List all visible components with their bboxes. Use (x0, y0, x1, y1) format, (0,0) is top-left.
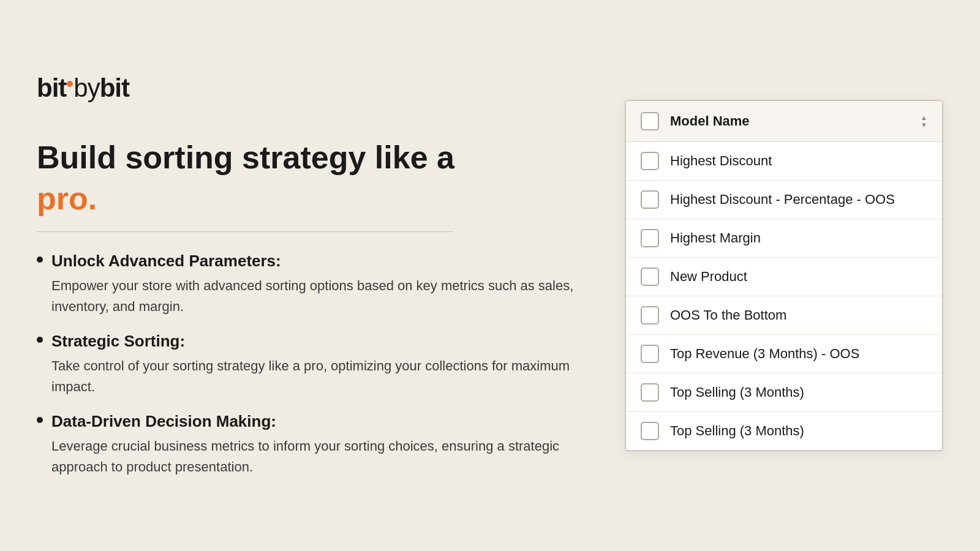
item-checkbox-5[interactable] (641, 345, 659, 363)
list-item[interactable]: Highest Discount - Percentage - OOS (626, 181, 942, 219)
bullet-title-2: Strategic Sorting: (51, 332, 185, 351)
bullet-header-1: Unlock Advanced Parameters: (37, 252, 588, 271)
sort-arrows-icon[interactable]: ▲ ▼ (921, 114, 927, 129)
sort-down-icon: ▼ (921, 122, 927, 129)
list-item[interactable]: Top Selling (3 Months) (626, 373, 942, 412)
dropdown-list: Model Name ▲ ▼ Highest Discount Highest … (625, 100, 943, 451)
logo-middle: by (74, 73, 99, 102)
item-checkbox-2[interactable] (641, 229, 659, 247)
bullet-desc-1: Empower your store with advanced sorting… (51, 276, 588, 317)
list-item[interactable]: Top Revenue (3 Months) - OOS (626, 335, 942, 373)
bullet-item-2: Strategic Sorting: Take control of your … (37, 332, 588, 397)
item-label-3: New Product (670, 269, 747, 285)
bullet-header-2: Strategic Sorting: (37, 332, 588, 351)
headline-block: Build sorting strategy like a pro. (37, 140, 588, 217)
header-checkbox[interactable] (641, 112, 659, 130)
bullet-item-3: Data-Driven Decision Making: Leverage cr… (37, 412, 588, 478)
bullet-dot-2 (37, 337, 43, 343)
dropdown-header[interactable]: Model Name ▲ ▼ (626, 101, 942, 142)
bullet-dot-1 (37, 257, 43, 263)
item-checkbox-7[interactable] (641, 422, 659, 440)
item-checkbox-6[interactable] (641, 383, 659, 402)
list-item[interactable]: OOS To the Bottom (626, 296, 942, 335)
list-item[interactable]: New Product (626, 258, 942, 296)
logo-text: bitbybit (37, 73, 129, 103)
item-checkbox-4[interactable] (641, 306, 659, 324)
headline-line2: pro. (37, 180, 588, 217)
bullet-desc-3: Leverage crucial business metrics to inf… (51, 436, 588, 478)
bullet-list: Unlock Advanced Parameters: Empower your… (37, 252, 588, 478)
header-label: Model Name (670, 113, 910, 129)
bullet-header-3: Data-Driven Decision Making: (37, 412, 588, 431)
bullet-title-1: Unlock Advanced Parameters: (51, 252, 281, 271)
bullet-title-3: Data-Driven Decision Making: (51, 412, 276, 431)
page-container: bitbybit Build sorting strategy like a p… (0, 0, 980, 551)
item-label-4: OOS To the Bottom (670, 307, 786, 323)
logo: bitbybit (37, 73, 588, 103)
bullet-desc-2: Take control of your sorting strategy li… (51, 356, 588, 397)
item-label-1: Highest Discount - Percentage - OOS (670, 192, 895, 208)
logo-suffix: bit (100, 73, 129, 102)
item-label-5: Top Revenue (3 Months) - OOS (670, 346, 859, 362)
sort-up-icon: ▲ (921, 114, 927, 121)
list-item[interactable]: Highest Margin (626, 219, 942, 258)
item-label-7: Top Selling (3 Months) (670, 423, 804, 439)
headline-divider (37, 231, 453, 232)
item-checkbox-0[interactable] (641, 152, 659, 170)
left-panel: bitbybit Build sorting strategy like a p… (37, 73, 625, 478)
right-panel: Model Name ▲ ▼ Highest Discount Highest … (625, 100, 943, 451)
logo-prefix: bit (37, 73, 66, 102)
item-label-6: Top Selling (3 Months) (670, 384, 804, 400)
list-item[interactable]: Top Selling (3 Months) (626, 412, 942, 450)
bullet-item-1: Unlock Advanced Parameters: Empower your… (37, 252, 588, 317)
item-checkbox-1[interactable] (641, 190, 659, 209)
logo-dot (67, 81, 73, 87)
item-label-0: Highest Discount (670, 153, 772, 169)
bullet-dot-3 (37, 417, 43, 423)
list-item[interactable]: Highest Discount (626, 142, 942, 181)
item-label-2: Highest Margin (670, 230, 761, 246)
item-checkbox-3[interactable] (641, 268, 659, 286)
headline-line1: Build sorting strategy like a (37, 140, 588, 176)
